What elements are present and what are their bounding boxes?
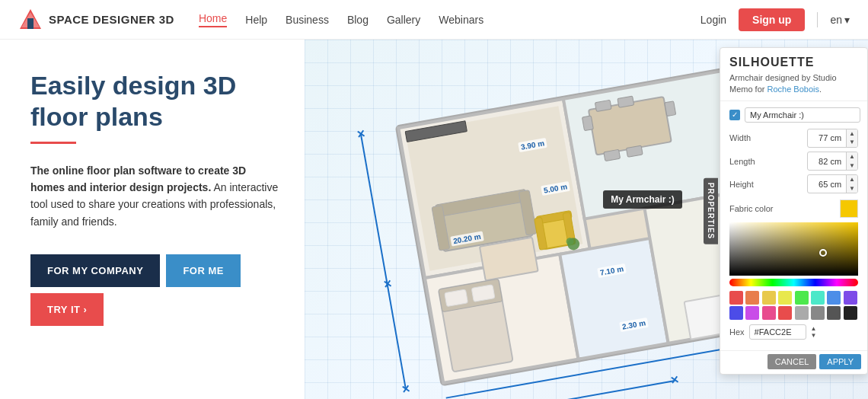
color-swatch[interactable]: [762, 306, 776, 320]
hex-row: Hex ▲ ▼: [729, 321, 858, 344]
logo-area: SPACE DESIGNER 3D: [18, 8, 174, 32]
panel-title: SILHOUETTE: [729, 56, 858, 69]
width-input-box: 77 cm ▲ ▼: [807, 129, 858, 148]
try-it-button[interactable]: TRY IT ›: [30, 293, 104, 326]
height-row: Height 65 cm ▲ ▼: [729, 174, 858, 193]
color-cursor[interactable]: [819, 249, 827, 257]
main-nav: Home Help Business Blog Gallery Webinars: [199, 12, 483, 27]
nav-help[interactable]: Help: [245, 14, 267, 26]
hex-up[interactable]: ▲: [811, 325, 817, 333]
color-swatch[interactable]: [795, 306, 809, 320]
hero-title: Easily design 3D floor plans: [30, 70, 280, 132]
hero-underline: [30, 142, 76, 144]
height-value: 65 cm: [808, 178, 846, 190]
apply-button[interactable]: APPLY: [819, 354, 861, 369]
width-row: Width 77 cm ▲ ▼: [729, 129, 858, 148]
nav-home[interactable]: Home: [199, 12, 227, 27]
main-content: Easily design 3D floor plans The online …: [0, 40, 868, 399]
height-arrows[interactable]: ▲ ▼: [846, 175, 857, 193]
left-panel: Easily design 3D floor plans The online …: [0, 40, 305, 399]
hero-description: The online floor plan software to create…: [30, 162, 280, 231]
color-swatch[interactable]: [745, 291, 759, 305]
color-swatch[interactable]: [811, 306, 825, 320]
color-swatch[interactable]: [729, 306, 743, 320]
svg-rect-25: [665, 101, 676, 117]
color-swatch[interactable]: [778, 306, 792, 320]
signup-button[interactable]: Sign up: [739, 8, 805, 31]
color-swatch[interactable]: [844, 306, 857, 320]
hue-slider[interactable]: [729, 279, 858, 286]
header-right: Login Sign up en ▾: [700, 8, 850, 31]
hero-image-area: ✕ ✕ ✕ ✕ ✕ ✕ 3.90 m 5.00 m 20.20 m 7.10 m…: [305, 40, 868, 399]
nav-business[interactable]: Business: [286, 14, 329, 26]
length-up[interactable]: ▲: [847, 152, 857, 161]
width-arrows[interactable]: ▲ ▼: [846, 129, 857, 147]
color-swatches: [729, 289, 858, 321]
nav-blog[interactable]: Blog: [347, 14, 369, 26]
fabric-row: Fabric color: [729, 200, 858, 218]
color-picker: Hex ▲ ▼: [729, 222, 858, 344]
properties-panel: PROPERTIES SILHOUETTE Armchair designed …: [720, 47, 868, 375]
nav-gallery[interactable]: Gallery: [387, 14, 420, 26]
header-divider: [817, 12, 818, 27]
color-gradient[interactable]: [729, 222, 858, 276]
svg-line-34: [361, 135, 388, 285]
fabric-label: Fabric color: [729, 204, 773, 213]
color-swatch[interactable]: [827, 306, 841, 320]
panel-subtitle: Armchair designed by Studio Memo for Roc…: [729, 72, 858, 96]
length-value: 82 cm: [808, 155, 846, 168]
fabric-color-swatch[interactable]: [840, 200, 858, 218]
color-swatch[interactable]: [778, 291, 792, 305]
color-swatch[interactable]: [762, 291, 776, 305]
cta-buttons: FOR MY COMPANY FOR ME TRY IT ›: [30, 254, 280, 326]
armchair-name-input[interactable]: [745, 107, 860, 123]
svg-line-35: [388, 285, 406, 390]
svg-rect-2: [27, 18, 34, 29]
color-swatch[interactable]: [827, 291, 841, 305]
panel-header: SILHOUETTE Armchair designed by Studio M…: [720, 48, 867, 101]
brand-link[interactable]: Roche Bobois: [767, 85, 820, 94]
cancel-button[interactable]: CANCEL: [767, 354, 817, 369]
properties-tab[interactable]: PROPERTIES: [704, 178, 718, 244]
hex-arrows: ▲ ▼: [811, 325, 817, 340]
nav-webinars[interactable]: Webinars: [439, 14, 483, 26]
length-arrows[interactable]: ▲ ▼: [846, 152, 857, 170]
armchair-name-row: [729, 107, 858, 123]
logo-text: SPACE DESIGNER 3D: [49, 13, 174, 26]
armchair-checkbox[interactable]: [729, 110, 740, 120]
svg-rect-24: [582, 116, 593, 131]
color-swatch[interactable]: [795, 291, 809, 305]
logo-icon: [18, 8, 43, 32]
color-swatch[interactable]: [811, 291, 825, 305]
for-company-button[interactable]: FOR MY COMPANY: [30, 254, 160, 287]
svg-text:✕: ✕: [356, 127, 367, 141]
color-swatch[interactable]: [729, 291, 743, 305]
height-input-box: 65 cm ▲ ▼: [807, 174, 858, 193]
width-up[interactable]: ▲: [847, 129, 857, 139]
panel-actions: CANCEL APPLY: [720, 350, 867, 374]
svg-text:✕: ✕: [400, 382, 412, 396]
armchair-tooltip: My Armchair :): [603, 190, 682, 209]
height-down[interactable]: ▼: [847, 184, 857, 193]
length-input-box: 82 cm ▲ ▼: [807, 152, 858, 171]
header: SPACE DESIGNER 3D Home Help Business Blo…: [0, 0, 868, 40]
login-button[interactable]: Login: [700, 14, 726, 26]
hue-slider-row: [729, 276, 858, 289]
hex-down[interactable]: ▼: [811, 332, 817, 340]
svg-text:✕: ✕: [381, 277, 393, 291]
hex-label: Hex: [729, 327, 745, 337]
height-label: Height: [729, 180, 760, 189]
for-me-button[interactable]: FOR ME: [166, 254, 241, 287]
length-label: Length: [729, 157, 760, 166]
language-selector[interactable]: en ▾: [830, 14, 850, 26]
length-down[interactable]: ▼: [847, 161, 857, 171]
height-up[interactable]: ▲: [847, 175, 857, 184]
color-swatch[interactable]: [844, 291, 857, 305]
svg-text:✕: ✕: [669, 373, 681, 387]
panel-body: Width 77 cm ▲ ▼ Length 82 cm ▲: [720, 101, 867, 351]
width-down[interactable]: ▼: [847, 138, 857, 147]
hex-input[interactable]: [749, 324, 806, 340]
width-label: Width: [729, 133, 760, 142]
color-swatch[interactable]: [745, 306, 759, 320]
width-value: 77 cm: [808, 132, 846, 144]
